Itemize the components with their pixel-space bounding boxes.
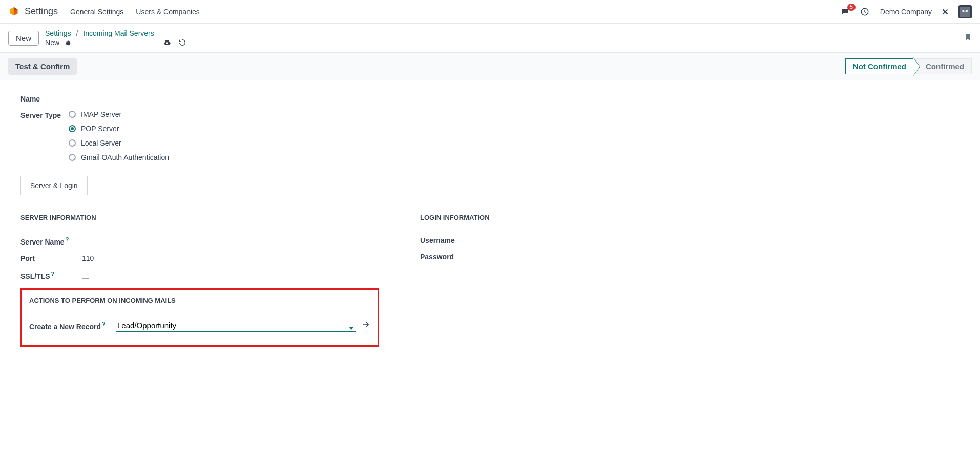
server-name-label: Server Name? <box>20 236 82 246</box>
form: Name Server Type IMAP Server POP Server … <box>0 80 799 377</box>
avatar[interactable] <box>958 5 972 18</box>
svg-point-2 <box>963 10 964 11</box>
app-title[interactable]: Settings <box>25 6 58 17</box>
breadcrumb: Settings / Incoming Mail Servers New <box>45 29 186 47</box>
arrow-right-icon[interactable] <box>361 320 370 332</box>
messages-icon[interactable]: 5 <box>839 6 851 18</box>
server-type-label: Server Type <box>20 110 69 119</box>
ssl-label: SSL/TLS? <box>20 271 82 280</box>
gear-icon[interactable] <box>64 38 72 47</box>
tabs: Server & Login <box>20 176 779 195</box>
discard-icon[interactable] <box>178 38 186 47</box>
help-icon[interactable]: ? <box>66 236 69 242</box>
crumb-incoming-mail-servers[interactable]: Incoming Mail Servers <box>83 29 154 37</box>
crumb-current: New <box>45 38 59 47</box>
bookmark-icon[interactable] <box>964 33 972 44</box>
chevron-down-icon[interactable] <box>349 322 354 331</box>
top-nav: Settings General Settings Users & Compan… <box>0 0 980 24</box>
server-info-title: SERVER INFORMATION <box>20 214 379 221</box>
radio-pop[interactable]: POP Server <box>69 125 169 133</box>
create-record-input[interactable] <box>117 321 344 330</box>
name-label: Name <box>20 94 69 103</box>
radio-gmail-oauth[interactable]: Gmail OAuth Authentication <box>69 153 169 161</box>
test-confirm-button[interactable]: Test & Confirm <box>8 58 77 75</box>
tab-server-login[interactable]: Server & Login <box>20 176 88 195</box>
port-label: Port <box>20 254 82 262</box>
radio-icon <box>69 111 76 118</box>
crumb-settings[interactable]: Settings <box>45 29 71 37</box>
radio-local[interactable]: Local Server <box>69 139 169 147</box>
app-logo <box>8 6 19 17</box>
help-icon[interactable]: ? <box>51 271 55 277</box>
actions-section-highlight: ACTIONS TO PERFORM ON INCOMING MAILS Cre… <box>20 288 379 347</box>
create-record-combo[interactable] <box>116 319 356 332</box>
help-icon[interactable]: ? <box>102 321 106 327</box>
radio-icon <box>69 139 76 147</box>
ssl-checkbox[interactable] <box>82 272 89 279</box>
login-info-title: LOGIN INFORMATION <box>420 214 779 221</box>
radio-icon <box>69 154 76 161</box>
status-not-confirmed[interactable]: Not Confirmed <box>845 58 914 74</box>
radio-imap[interactable]: IMAP Server <box>69 110 169 118</box>
cloud-save-icon[interactable] <box>163 38 171 47</box>
clock-icon[interactable] <box>859 6 871 18</box>
menu-users-companies[interactable]: Users & Companies <box>136 8 200 16</box>
status-track: Not Confirmed Confirmed <box>845 58 972 74</box>
username-label: Username <box>420 236 482 245</box>
new-button[interactable]: New <box>8 31 39 46</box>
password-label: Password <box>420 253 482 261</box>
messages-badge: 5 <box>847 4 856 11</box>
status-confirmed[interactable]: Confirmed <box>914 58 972 74</box>
company-selector[interactable]: Demo Company <box>880 8 932 16</box>
menu-general-settings[interactable]: General Settings <box>70 8 123 16</box>
tools-icon[interactable] <box>939 6 951 18</box>
svg-point-3 <box>966 10 968 11</box>
radio-icon <box>69 125 76 132</box>
breadcrumb-bar: New Settings / Incoming Mail Servers New <box>0 24 980 53</box>
port-value[interactable]: 110 <box>82 254 94 262</box>
actions-title: ACTIONS TO PERFORM ON INCOMING MAILS <box>29 297 370 305</box>
status-bar: Test & Confirm Not Confirmed Confirmed <box>0 53 980 80</box>
create-record-label: Create a New Record? <box>29 321 111 331</box>
